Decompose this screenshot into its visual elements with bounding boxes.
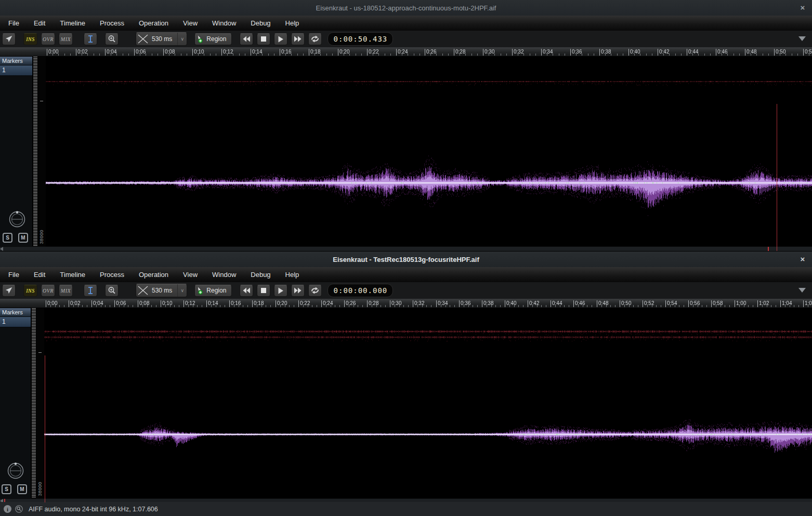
rewind-icon — [242, 287, 251, 294]
play-icon — [278, 287, 284, 294]
fast-forward-icon — [294, 287, 302, 294]
blend-duration-dropdown[interactable]: 530 ms ∨ — [136, 284, 187, 297]
amplitude-ruler: 38000 — [36, 308, 44, 498]
stop-button[interactable] — [257, 33, 270, 45]
region-button[interactable]: Region — [194, 33, 232, 45]
rewind-button[interactable] — [240, 285, 253, 297]
pan-knob[interactable] — [7, 462, 24, 480]
amplitude-tick — [40, 101, 43, 101]
toolbar-overflow-icon[interactable] — [798, 36, 806, 41]
scale-label: 38000 — [37, 482, 43, 496]
pointer-icon — [5, 287, 13, 294]
add-region-icon — [197, 35, 205, 43]
waveform-area: Markers 1 S M 38000 — [0, 57, 812, 246]
vertical-zoom-handle[interactable] — [32, 57, 38, 246]
stop-button[interactable] — [257, 285, 270, 297]
play-button[interactable] — [274, 285, 287, 297]
menu-timeline[interactable]: Timeline — [53, 16, 93, 31]
menu-view[interactable]: View — [176, 16, 205, 31]
mix-mode-button[interactable]: MIX — [59, 33, 73, 45]
zoom-icon — [108, 286, 116, 295]
chevron-down-icon[interactable]: ∨ — [177, 33, 187, 45]
pointer-tool-button[interactable] — [2, 33, 16, 45]
menu-operation[interactable]: Operation — [132, 16, 176, 31]
ibeam-tool-button[interactable] — [84, 285, 97, 297]
status-bar: i AIFF audio, mono 24-bit int 96 kHz, 1:… — [0, 502, 812, 516]
window-top: Eisenkraut - us-180512-approach-continuo… — [0, 0, 812, 251]
menu-window[interactable]: Window — [205, 16, 243, 31]
menu-bar: File Edit Timeline Process Operation Vie… — [0, 16, 812, 31]
menu-help[interactable]: Help — [278, 16, 307, 31]
scroll-left-icon[interactable] — [0, 247, 3, 251]
title-bar[interactable]: Eisenkraut - TestRec180513g-focusriteHPF… — [0, 252, 812, 267]
menu-help[interactable]: Help — [278, 267, 307, 282]
close-icon[interactable]: × — [797, 2, 808, 12]
mix-mode-button[interactable]: MIX — [59, 285, 73, 297]
info-icon[interactable]: i — [4, 505, 11, 513]
fast-forward-button[interactable] — [291, 33, 305, 45]
toolbar: INS OVR MIX 530 ms ∨ Region — [0, 282, 812, 299]
overview-position-marker — [768, 247, 769, 251]
overview-strip[interactable] — [0, 246, 812, 251]
toolbar-overflow-icon[interactable] — [798, 288, 806, 293]
fast-forward-button[interactable] — [291, 285, 305, 297]
menu-process[interactable]: Process — [93, 16, 132, 31]
crossfade-icon — [136, 34, 150, 44]
menu-bar: File Edit Timeline Process Operation Vie… — [0, 267, 812, 282]
solo-button[interactable]: S — [3, 233, 12, 243]
menu-edit[interactable]: Edit — [27, 267, 53, 282]
window-title: Eisenkraut - TestRec180513g-focusriteHPF… — [333, 256, 479, 263]
menu-edit[interactable]: Edit — [27, 16, 53, 31]
region-button-label: Region — [205, 287, 229, 294]
overwrite-mode-button[interactable]: OVR — [41, 33, 55, 45]
loop-button[interactable] — [308, 33, 322, 45]
menu-debug[interactable]: Debug — [243, 16, 278, 31]
timeline-ruler[interactable] — [0, 47, 812, 57]
time-display[interactable]: 0:00:50.433 — [328, 32, 393, 46]
inspect-icon[interactable] — [15, 505, 23, 513]
menu-file[interactable]: File — [1, 16, 27, 31]
menu-operation[interactable]: Operation — [132, 267, 176, 282]
solo-button[interactable]: S — [2, 484, 11, 494]
time-display[interactable]: 0:00:00.000 — [328, 284, 393, 297]
zoom-tool-button[interactable] — [105, 33, 119, 45]
markers-panel: Markers 1 S M — [0, 57, 32, 246]
play-button[interactable] — [274, 33, 287, 45]
menu-debug[interactable]: Debug — [243, 267, 278, 282]
menu-process[interactable]: Process — [93, 267, 132, 282]
mute-button[interactable]: M — [18, 233, 28, 243]
vertical-zoom-handle[interactable] — [31, 308, 36, 498]
overwrite-mode-button[interactable]: OVR — [41, 285, 55, 297]
playback-cursor — [45, 355, 45, 502]
pointer-icon — [5, 35, 13, 43]
waveform-display[interactable] — [44, 308, 812, 498]
amplitude-ruler: 38000 — [38, 57, 46, 246]
timeline-ruler[interactable] — [0, 299, 812, 308]
mute-button[interactable]: M — [17, 484, 27, 494]
pointer-tool-button[interactable] — [2, 285, 16, 297]
fast-forward-icon — [294, 36, 302, 42]
title-bar[interactable]: Eisenkraut - us-180512-approach-continuo… — [0, 0, 812, 16]
marker-item[interactable]: 1 — [0, 317, 31, 327]
marker-item[interactable]: 1 — [0, 65, 32, 76]
chevron-down-icon[interactable]: ∨ — [177, 284, 187, 297]
blend-duration-dropdown[interactable]: 530 ms ∨ — [136, 32, 187, 46]
amplitude-tick — [38, 352, 42, 353]
rewind-icon — [242, 36, 251, 42]
waveform-display[interactable] — [46, 57, 812, 246]
file-info-text: AIFF audio, mono 24-bit int 96 kHz, 1:07… — [29, 506, 158, 513]
rewind-button[interactable] — [240, 33, 253, 45]
zoom-tool-button[interactable] — [105, 285, 119, 297]
region-button[interactable]: Region — [194, 285, 232, 297]
menu-timeline[interactable]: Timeline — [53, 267, 93, 282]
ibeam-tool-button[interactable] — [84, 33, 97, 45]
pan-knob[interactable] — [8, 210, 26, 228]
menu-window[interactable]: Window — [205, 267, 243, 282]
scale-label: 38000 — [39, 230, 44, 244]
menu-file[interactable]: File — [1, 267, 27, 282]
loop-button[interactable] — [308, 285, 322, 297]
menu-view[interactable]: View — [176, 267, 205, 282]
close-icon[interactable]: × — [797, 254, 808, 264]
insert-mode-button[interactable]: INS — [23, 33, 37, 45]
insert-mode-button[interactable]: INS — [23, 285, 37, 297]
